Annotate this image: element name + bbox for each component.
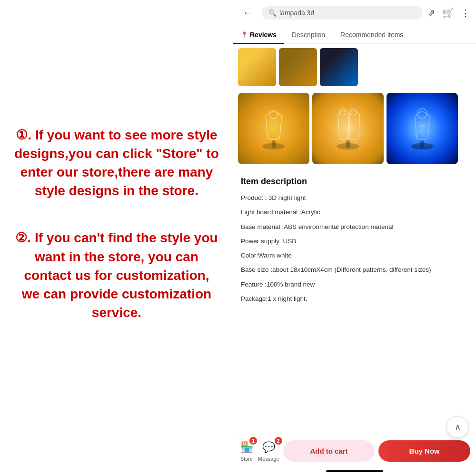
more-button[interactable]: ⋮: [461, 7, 470, 19]
desc-item-7: Package:1 x night light.: [241, 294, 468, 304]
description-title: Item description: [241, 177, 468, 187]
store-label: Store: [240, 456, 253, 462]
right-panel: ← 🔍 lampada 3d ⇗ 🛒 ⋮ 📍 Reviews Descripti…: [233, 0, 476, 476]
product-images: [233, 90, 476, 169]
left-panel: ①. If you want to see more style designs…: [0, 0, 233, 476]
tabs: 📍 Reviews Description Recommended items: [233, 26, 476, 44]
thumbnail-row: [233, 44, 476, 90]
desc-item-1: Light board material :Acrylic: [241, 208, 468, 217]
scroll-top-button[interactable]: ∧: [446, 416, 468, 438]
tab-description-label: Description: [292, 31, 325, 39]
message-icon: 💬: [261, 440, 276, 455]
tab-description[interactable]: Description: [284, 26, 333, 43]
desc-item-0: Product : 3D night light: [241, 193, 468, 203]
search-text: lampada 3d: [279, 9, 314, 17]
svg-rect-4: [346, 140, 350, 148]
tip-2-text: ②. If you can't find the style you want …: [14, 228, 219, 322]
tip-2-content: If you can't find the style you want in …: [22, 230, 218, 320]
tip-1-text: ①. If you want to see more style designs…: [14, 126, 219, 200]
top-bar: ← 🔍 lampada 3d ⇗ 🛒 ⋮: [233, 0, 476, 26]
tip-1-number: ①.: [16, 128, 31, 142]
desc-item-4: Color:Warm white: [241, 251, 468, 260]
tab-reviews-label: Reviews: [250, 31, 277, 39]
desc-item-6: Feature :100% brand new: [241, 280, 468, 289]
desc-item-5: Base size :about 18x10cmX4cm (Different …: [241, 265, 468, 275]
svg-rect-1: [272, 140, 276, 148]
product-image-1[interactable]: [238, 93, 309, 164]
home-bar: [326, 470, 383, 472]
cart-button[interactable]: 🛒: [442, 7, 454, 19]
search-bar[interactable]: 🔍 lampada 3d: [262, 6, 423, 20]
desc-item-3: Power supply :USB: [241, 237, 468, 246]
bottom-bar: 1 🏪 Store 2 💬 Message Add to cart Buy No…: [233, 435, 476, 466]
back-button[interactable]: ←: [239, 5, 257, 21]
store-badge: 1: [249, 437, 257, 445]
thumbnail-2[interactable]: [279, 48, 317, 86]
tip-1-block: ①. If you want to see more style designs…: [14, 126, 219, 200]
add-to-cart-button[interactable]: Add to cart: [283, 440, 375, 462]
share-button[interactable]: ⇗: [427, 7, 436, 19]
description-section: Item description Product : 3D night ligh…: [233, 169, 476, 435]
message-badge: 2: [275, 437, 282, 445]
pin-icon: 📍: [241, 31, 248, 38]
buy-now-button[interactable]: Buy Now: [378, 440, 470, 462]
top-icons: ⇗ 🛒 ⋮: [427, 7, 470, 19]
tab-reviews[interactable]: 📍 Reviews: [233, 26, 284, 44]
tab-recommended-label: Recommended items: [340, 31, 403, 39]
tip-1-content: If you want to see more style designs,yo…: [14, 128, 219, 198]
tip-2-block: ②. If you can't find the style you want …: [14, 228, 219, 322]
home-indicator: [233, 466, 476, 476]
store-icon-area[interactable]: 1 🏪 Store: [239, 440, 254, 462]
message-label: Message: [258, 456, 279, 462]
tab-recommended[interactable]: Recommended items: [333, 26, 411, 43]
product-image-3[interactable]: [387, 93, 458, 164]
product-image-2[interactable]: [312, 93, 384, 164]
message-icon-area[interactable]: 2 💬 Message: [258, 440, 279, 462]
thumbnail-1[interactable]: [238, 48, 276, 86]
thumbnail-3[interactable]: [320, 48, 358, 86]
tip-2-number: ②.: [15, 230, 31, 245]
desc-item-2: Base material :ABS environmental protect…: [241, 222, 468, 232]
svg-rect-8: [420, 140, 424, 148]
search-icon: 🔍: [268, 9, 277, 17]
